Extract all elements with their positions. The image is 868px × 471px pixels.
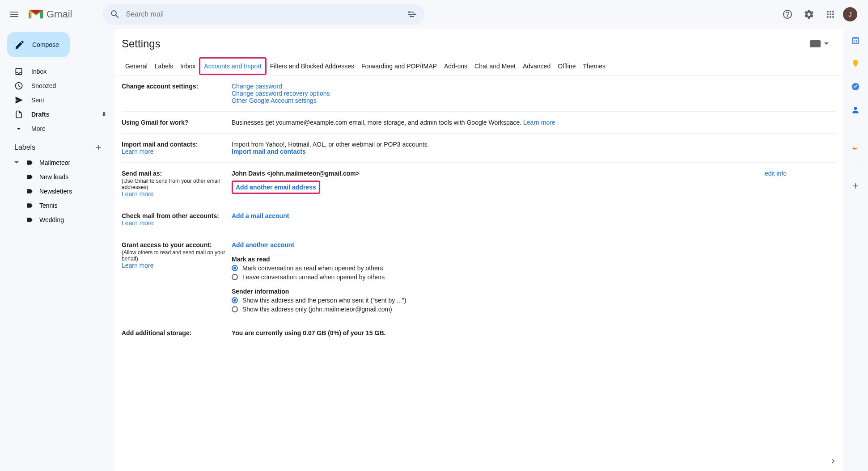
link-change-password[interactable]: Change password [232,83,282,90]
tab-labels[interactable]: Labels [151,57,177,75]
sidebar: Compose Inbox Snoozed Sent Drafts 8 More… [0,29,114,471]
label-wedding[interactable]: Wedding [4,213,111,227]
svg-text:31: 31 [853,39,858,43]
calendar-icon[interactable]: 31 [851,36,860,45]
tab-accounts-import[interactable]: Accounts and Import [199,57,266,75]
svg-rect-2 [29,10,30,13]
streak-icon[interactable] [851,143,860,152]
search-input[interactable] [126,10,401,18]
tab-advanced[interactable]: Advanced [519,57,554,75]
apps-button[interactable] [821,5,839,23]
radio-mark-read[interactable]: Mark conversation as read when opened by… [232,265,836,272]
keyboard-icon [810,40,821,47]
label-text: Mailmeteor [39,159,70,166]
tab-themes[interactable]: Themes [579,57,609,75]
storage-text: You are currently using 0.07 GB (0%) of … [232,329,385,336]
draft-icon [14,110,23,119]
radio-icon [232,297,238,303]
contacts-icon[interactable] [851,105,860,114]
gmail-logo-text: Gmail [47,8,72,20]
label-icon [26,188,33,195]
radio-show-address-only[interactable]: Show this address only (john.mailmeteor@… [232,306,836,313]
label-tennis[interactable]: Tennis [4,198,111,213]
link-edit-info[interactable]: edit info [765,170,836,177]
search-options-icon[interactable] [406,9,417,20]
add-addon-icon[interactable] [851,181,860,190]
import-mail-title: Import mail and contacts: [122,141,232,148]
send-mail-as-sub: (Use Gmail to send from your other email… [122,178,232,190]
row-grant-access: Grant access to your account: (Allow oth… [122,234,836,322]
link-import-mail-contacts[interactable]: Import mail and contacts [232,148,306,155]
label-icon [26,202,33,209]
check-mail-title: Check mail from other accounts: [122,212,232,219]
sidebar-item-sent[interactable]: Sent [4,93,111,107]
link-grant-learn-more[interactable]: Learn more [122,262,154,269]
tab-chat-meet[interactable]: Chat and Meet [471,57,519,75]
link-import-learn-more[interactable]: Learn more [122,148,154,155]
nav-label: Snoozed [31,82,56,89]
search-bar[interactable] [102,4,424,25]
support-button[interactable] [779,5,796,23]
link-sendas-learn-more[interactable]: Learn more [122,190,154,198]
svg-point-5 [414,13,415,15]
panel-divider [851,167,860,167]
link-workspace-learn-more[interactable]: Learn more [523,119,555,126]
drafts-count: 8 [102,111,106,118]
sidebar-item-snoozed[interactable]: Snoozed [4,79,111,93]
tab-inbox[interactable]: Inbox [177,57,199,75]
using-gmail-work-title: Using Gmail for work? [122,119,232,126]
tab-addons[interactable]: Add-ons [440,57,471,75]
dropdown-arrow-icon [824,42,829,46]
svg-rect-3 [41,10,43,13]
label-new-leads[interactable]: New leads [4,170,111,184]
add-label-icon[interactable] [94,143,103,152]
radio-icon [232,306,238,312]
expand-arrow-icon[interactable] [14,160,20,165]
compose-button[interactable]: Compose [7,32,70,57]
label-newsletters[interactable]: Newsletters [4,184,111,198]
link-add-another-account[interactable]: Add another account [232,241,294,248]
row-storage: Add additional storage: You are currentl… [122,322,836,344]
tab-offline[interactable]: Offline [554,57,579,75]
label-text: New leads [39,173,68,181]
main-menu-button[interactable] [4,4,25,25]
gmail-logo-icon [29,9,43,20]
input-tools-selector[interactable] [810,40,829,47]
sidebar-item-more[interactable]: More [4,122,111,136]
nav-label: More [31,125,46,132]
send-icon [14,96,23,105]
tab-forwarding[interactable]: Forwarding and POP/IMAP [358,57,440,75]
link-checkmail-learn-more[interactable]: Learn more [122,219,154,227]
link-add-mail-account[interactable]: Add a mail account [232,212,289,219]
side-panel-toggle[interactable] [829,457,838,466]
radio-show-sentby[interactable]: Show this address and the person who sen… [232,297,836,304]
account-avatar[interactable]: J [843,7,857,21]
sidebar-item-drafts[interactable]: Drafts 8 [4,107,111,122]
label-mailmeteor[interactable]: Mailmeteor [4,156,111,170]
gmail-logo[interactable]: Gmail [29,8,72,20]
send-mail-as-title: Send mail as: [122,170,232,177]
radio-leave-unread[interactable]: Leave conversation unread when opened by… [232,273,836,281]
link-add-another-email[interactable]: Add another email address [236,184,316,191]
header: Gmail J [0,0,868,29]
settings-button[interactable] [800,5,818,23]
tab-filters[interactable]: Filters and Blocked Addresses [267,57,358,75]
link-other-google-settings[interactable]: Other Google Account settings [232,97,317,104]
nav-label: Sent [31,97,44,104]
import-mail-text: Import from Yahoo!, Hotmail, AOL, or oth… [232,141,836,148]
nav-label: Inbox [31,68,47,75]
link-change-recovery[interactable]: Change password recovery options [232,90,330,97]
label-icon [26,173,33,181]
chevron-down-icon [14,124,23,133]
label-icon [26,216,33,223]
settings-title: Settings [122,38,161,50]
chevron-right-icon [829,457,838,466]
radio-icon [232,274,238,280]
label-text: Newsletters [39,188,72,195]
row-import-mail: Import mail and contacts: Learn more Imp… [122,134,836,163]
tab-general[interactable]: General [122,57,151,75]
keep-icon[interactable] [851,59,860,68]
search-icon [110,9,120,20]
tasks-icon[interactable] [851,82,860,91]
sidebar-item-inbox[interactable]: Inbox [4,64,111,79]
